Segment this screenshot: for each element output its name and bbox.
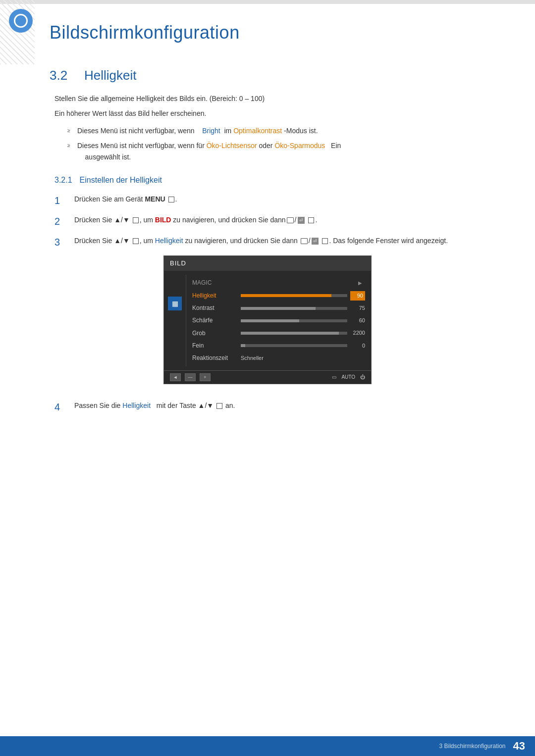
bullet-1-after: -Modus ist. [282, 127, 318, 135]
menu-item-schaerfe: Schärfe 60 [186, 314, 371, 327]
menu-btn-left: ◄ [170, 373, 181, 381]
menu-item-grob: Grob 2200 [186, 327, 371, 340]
menu-content: ▦ MAGIC ▶ Helligkei [164, 271, 371, 370]
logo-circle [9, 9, 33, 33]
footer: 3 Bildschirmkonfiguration 43 [0, 736, 535, 756]
menu-items-list: MAGIC ▶ Helligkeit [186, 275, 371, 366]
menu-item-helligkeit: Helligkeit 90 [186, 290, 371, 302]
bullet-2-after: ausgewählt ist. [77, 153, 131, 161]
menu-bar-bg-kontrast [241, 307, 347, 310]
bullet-2-mid: oder [257, 142, 275, 150]
step-3-number: 3 [54, 235, 65, 249]
intro-text-1: Stellen Sie die allgemeine Helligkeit de… [54, 93, 505, 104]
menu-bottom-power: ⏻ [360, 373, 365, 381]
step-4-text: Passen Sie die Helligkeit mit der Taste … [74, 400, 505, 411]
menu-item-fein: Fein 0 [186, 340, 371, 352]
menu-bar-fill-fein [241, 344, 245, 347]
bullet-item-2: Dieses Menü ist nicht verfügbar, wenn fü… [69, 140, 505, 164]
menu-item-kontrast: Kontrast 75 [186, 302, 371, 314]
step-1: 1 Drücken Sie am Gerät MENU . [54, 194, 505, 207]
step-1-number: 1 [54, 194, 65, 207]
menu-item-magic: MAGIC ▶ [186, 277, 371, 289]
menu-label-fein: Fein [192, 341, 237, 351]
step-3-text: Drücken Sie ▲/▼ , um Helligkeit zu navig… [74, 235, 505, 393]
monitor-menu: BILD ▦ MAGIC ▶ [163, 255, 372, 385]
menu-label-kontrast: Kontrast [192, 303, 237, 313]
section-title: Helligkeit [84, 68, 137, 83]
bullet-2-before: Dieses Menü ist nicht verfügbar, wenn fü… [77, 142, 207, 150]
step-1-bold: MENU [145, 195, 165, 203]
menu-value-fein: 0 [350, 342, 365, 351]
menu-value-schaerfe: 60 [350, 316, 365, 325]
step-3: 3 Drücken Sie ▲/▼ , um Helligkeit zu nav… [54, 235, 505, 393]
step-2-icon3: ⏎ [298, 217, 305, 224]
menu-item-reaktionszeit: Reaktionszeit Schneller [186, 352, 371, 364]
bullet-2-oeko-licht: Öko-Lichtsensor [207, 142, 257, 150]
menu-title-bar: BILD [164, 256, 371, 271]
menu-bar-grob: 2200 [241, 329, 365, 338]
menu-bar-fill-helligkeit [241, 294, 331, 297]
menu-arrow-magic: ▶ [358, 279, 365, 287]
logo-circle-inner [14, 14, 28, 28]
menu-bottom-left: ◄ — + [170, 373, 211, 381]
menu-bar-fill-schaerfe [241, 319, 299, 322]
step-4-helligkeit: Helligkeit [122, 402, 151, 409]
step-1-text: Drücken Sie am Gerät MENU . [74, 194, 505, 204]
menu-bottom-monitor-icon: ▭ [332, 373, 336, 381]
bullet-2-oeko-spar: Öko-Sparmodus [274, 142, 325, 150]
step-3-helligkeit: Helligkeit [155, 237, 183, 245]
intro-text-2: Ein höherer Wert lässt das Bild heller e… [54, 108, 505, 119]
footer-section-text: 3 Bildschirmkonfiguration [439, 743, 505, 750]
step-2-icon2 [287, 217, 294, 223]
subsection-header: 3.2.1 Einstellen der Helligkeit [54, 176, 505, 185]
bullet-1-bright: Bright [202, 127, 220, 135]
menu-label-grob: Grob [192, 329, 237, 338]
step-2-icon4 [308, 217, 314, 223]
menu-bottom-right: ▭ AUTO ⏻ [332, 373, 365, 381]
step-4-icon [216, 403, 222, 409]
menu-value-helligkeit: 90 [350, 291, 365, 301]
menu-bar-fill-kontrast [241, 307, 316, 310]
menu-icon-active: ▦ [168, 297, 182, 310]
menu-bar-bg-helligkeit [241, 294, 347, 297]
subsection-number: 3.2.1 [54, 176, 72, 185]
step-4: 4 Passen Sie die Helligkeit mit der Tast… [54, 400, 505, 414]
menu-left-icons: ▦ [164, 275, 186, 366]
menu-bar-bg-fein [241, 344, 347, 347]
menu-value-kontrast: 75 [350, 304, 365, 313]
step-2-number: 2 [54, 214, 65, 228]
footer-page-number: 43 [513, 740, 525, 753]
menu-value-grob: 2200 [350, 329, 365, 338]
step-2: 2 Drücken Sie ▲/▼ , um BILD zu navigiere… [54, 214, 505, 228]
step-3-icon1 [133, 238, 139, 244]
step-2-bild: BILD [155, 216, 171, 224]
menu-label-magic: MAGIC [192, 278, 237, 288]
steps-list: 1 Drücken Sie am Gerät MENU . 2 Drücken … [54, 194, 505, 414]
main-content: Bildschirmkonfiguration 3.2 Helligkeit S… [35, 0, 535, 470]
step-3-icon2 [301, 238, 308, 244]
menu-bottom-auto: AUTO [341, 373, 355, 381]
menu-value-reaktionszeit: Schneller [241, 354, 264, 363]
menu-bar-helligkeit: 90 [241, 291, 365, 301]
bullet-list: Dieses Menü ist nicht verfügbar, wenn Br… [69, 125, 505, 163]
menu-label-helligkeit: Helligkeit [192, 291, 237, 301]
bullet-1-before: Dieses Menü ist nicht verfügbar, wenn [77, 127, 202, 135]
menu-icon [168, 197, 174, 202]
page-title: Bildschirmkonfiguration [50, 22, 505, 43]
step-2-icon1 [133, 217, 139, 223]
bullet-1-optimalkontrast: Optimalkontrast [233, 127, 282, 135]
top-stripe [0, 0, 535, 4]
menu-bottom-bar: ◄ — + ▭ AUTO ⏻ [164, 370, 371, 384]
step-4-number: 4 [54, 400, 65, 414]
bullet-2-ein: Ein [325, 142, 341, 150]
menu-btn-minus: — [185, 373, 196, 381]
section-header: 3.2 Helligkeit [50, 68, 505, 83]
step-2-text: Drücken Sie ▲/▼ , um BILD zu navigieren,… [74, 214, 505, 225]
menu-bar-kontrast: 75 [241, 304, 365, 313]
bullet-item-1: Dieses Menü ist nicht verfügbar, wenn Br… [69, 125, 505, 137]
step-3-icon4 [322, 238, 328, 244]
menu-bar-bg-schaerfe [241, 319, 347, 322]
menu-bar-schaerfe: 60 [241, 316, 365, 325]
step-3-icon3: ⏎ [312, 238, 319, 245]
subsection-title: Einstellen der Helligkeit [80, 176, 162, 185]
